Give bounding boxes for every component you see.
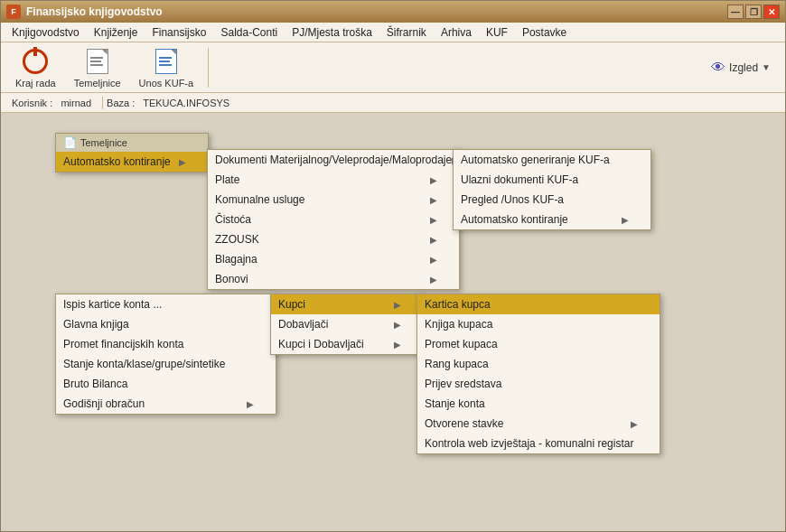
promet-kupaca-item[interactable]: Promet kupaca — [417, 334, 660, 354]
otvorene-stavke-item[interactable]: Otvorene stavke ▶ — [417, 414, 660, 434]
user-label: Korisnik : mirnad — [8, 98, 102, 108]
chevron-right-icon-3: ▶ — [430, 215, 437, 225]
automatsko-kontiranje-item[interactable]: Automatsko kontiranje ▶ — [56, 152, 208, 172]
chevron-right-icon-1: ▶ — [430, 175, 437, 185]
menu-item-salda[interactable]: Salda-Conti — [213, 23, 285, 42]
temeljnice-header: 📄 Temeljnice — [56, 134, 208, 152]
menu-bar: Knjigovodstvo Knjiženje Finansijsko Sald… — [1, 23, 785, 42]
chevron-right-kupci-dobavljaci: ▶ — [394, 340, 401, 350]
close-button[interactable]: ✕ — [763, 5, 780, 19]
left-item-ispis[interactable]: Ispis kartice konta ... — [56, 294, 276, 314]
base-value: TEKUCA.INFOSYS — [143, 98, 229, 108]
chevron-right-godisnji: ▶ — [247, 399, 254, 409]
temeljnice-button[interactable]: Temeljnice — [67, 43, 128, 92]
left-item-promet[interactable]: Promet financijskih konta — [56, 334, 276, 354]
kuf-item-generiranje[interactable]: Automatsko generiranje KUF-a — [454, 150, 650, 170]
submenu-automatsko: Dokumenti Materijalnog/Veleprodaje/Malop… — [207, 149, 460, 290]
menu-item-knjizenje[interactable]: Knjiženje — [87, 23, 145, 42]
main-window: F Finansijsko knjigovodstvo — ❐ ✕ Knjigo… — [0, 0, 786, 532]
menu-item-postavke[interactable]: Postavke — [515, 23, 574, 42]
submenu-item-cistoca[interactable]: Čistoća ▶ — [208, 210, 459, 229]
kraj-rada-button[interactable]: Kraj rada — [8, 43, 63, 92]
left-item-godisnji[interactable]: Godišnji obračun ▶ — [56, 394, 276, 414]
document-icon-temeljnice — [83, 47, 112, 76]
submenu-item-blagajna[interactable]: Blagajna ▶ — [208, 249, 459, 269]
main-content: 📄 Temeljnice Automatsko kontiranje ▶ Dok… — [1, 113, 785, 531]
user-value: mirnad — [61, 98, 91, 108]
menu-item-finansijsko[interactable]: Finansijsko — [145, 23, 213, 42]
power-icon — [21, 47, 50, 76]
menu-item-arhiva[interactable]: Arhiva — [434, 23, 479, 42]
chevron-right-kupci: ▶ — [394, 300, 401, 310]
left-item-glavna[interactable]: Glavna knjiga — [56, 314, 276, 334]
view-label: Izgled — [729, 61, 758, 74]
chevron-right-otvorene: ▶ — [631, 419, 638, 429]
toolbar-separator — [208, 48, 209, 88]
base-label: Baza : TEKUCA.INFOSYS — [103, 98, 240, 108]
toolbar: Kraj rada Temeljnice — [1, 42, 785, 93]
submenu-item-komunalne[interactable]: Komunalne usluge ▶ — [208, 190, 459, 210]
toolbar-right: 👁 Izgled ▼ — [711, 60, 778, 76]
submenu-item-bonovi[interactable]: Bonovi ▶ — [208, 269, 459, 289]
left-item-stanje[interactable]: Stanje konta/klase/grupe/sintetike — [56, 354, 276, 374]
submenu-item-plate[interactable]: Plate ▶ — [208, 170, 459, 190]
chevron-right-icon-4: ▶ — [430, 235, 437, 245]
chevron-right-dobavljaci: ▶ — [394, 320, 401, 330]
dropdown-arrow-icon[interactable]: ▼ — [762, 62, 771, 72]
rang-kupaca-item[interactable]: Rang kupaca — [417, 354, 660, 374]
submenu-kuf: Automatsko generiranje KUF-a Ulazni doku… — [453, 149, 651, 230]
status-bar: Korisnik : mirnad Baza : TEKUCA.INFOSYS — [1, 93, 785, 113]
restore-button[interactable]: ❐ — [745, 5, 762, 19]
kuf-item-ulazni[interactable]: Ulazni dokumenti KUF-a — [454, 170, 650, 190]
kuf-item-automatsko[interactable]: Automatsko kontiranje ▶ — [454, 210, 650, 229]
chevron-right-icon: ▶ — [179, 157, 186, 167]
kupci-i-dobavljaci-item[interactable]: Kupci i Dobavljači ▶ — [271, 334, 423, 354]
window-controls: — ❐ ✕ — [727, 5, 780, 19]
folder-icon: 📄 — [63, 136, 77, 149]
app-icon: F — [6, 5, 21, 19]
chevron-right-kuf: ▶ — [622, 215, 629, 225]
unos-kuf-button[interactable]: Unos KUF-a — [132, 43, 201, 92]
left-item-bruto[interactable]: Bruto Bilanca — [56, 374, 276, 394]
chevron-right-icon-5: ▶ — [430, 255, 437, 265]
menu-item-pj[interactable]: PJ/Mjesta troška — [285, 23, 379, 42]
chevron-right-icon-6: ▶ — [430, 275, 437, 285]
menu-item-sifrarnik[interactable]: Šifrarnik — [379, 23, 434, 42]
menu-item-kuf[interactable]: KUF — [479, 23, 515, 42]
kuf-item-pregled[interactable]: Pregled /Unos KUF-a — [454, 190, 650, 210]
eye-icon: 👁 — [711, 60, 725, 76]
submenu-item-dokumenti[interactable]: Dokumenti Materijalnog/Veleprodaje/Malop… — [208, 150, 459, 170]
menu-item-knjigovodstvo[interactable]: Knjigovodstvo — [5, 23, 87, 42]
minimize-button[interactable]: — — [727, 5, 744, 19]
kontrola-web-item[interactable]: Kontrola web izvještaja - komunalni regi… — [417, 434, 660, 453]
prijev-sredstava-item[interactable]: Prijev sredstava — [417, 374, 660, 394]
submenu-item-zzousk[interactable]: ZZOUSK ▶ — [208, 229, 459, 249]
dobavljaci-item[interactable]: Dobavljači ▶ — [271, 314, 423, 334]
title-bar: F Finansijsko knjigovodstvo — ❐ ✕ — [1, 1, 785, 23]
kupci-item[interactable]: Kupci ▶ — [271, 294, 423, 314]
window-title: Finansijsko knjigovodstvo — [26, 5, 727, 18]
document-icon-kuf — [152, 47, 181, 76]
knjiga-kupaca-item[interactable]: Knjiga kupaca — [417, 314, 660, 334]
chevron-right-icon-2: ▶ — [430, 195, 437, 205]
kartica-kupca-item[interactable]: Kartica kupca — [417, 294, 660, 314]
menu-temeljnice: 📄 Temeljnice Automatsko kontiranje ▶ — [55, 133, 209, 173]
menu-kartica: Kartica kupca Knjiga kupaca Promet kupac… — [416, 294, 660, 454]
menu-left-bottom: Ispis kartice konta ... Glavna knjiga Pr… — [55, 294, 276, 415]
stanje-konta-item[interactable]: Stanje konta — [417, 394, 660, 414]
menu-kupci-parent: Kupci ▶ Dobavljači ▶ Kupci i Dobavljači … — [270, 294, 424, 355]
